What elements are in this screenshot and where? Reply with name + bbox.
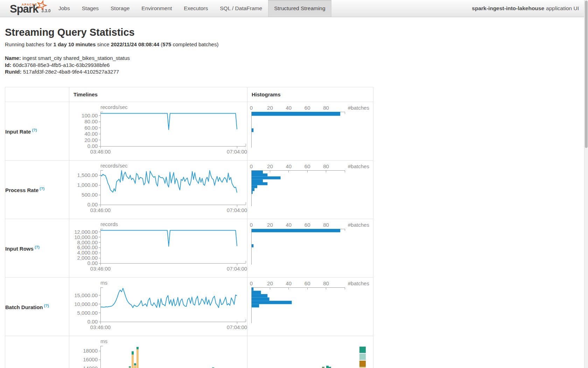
spark-logo: APACHE Spark ☆ 3.3.0 <box>0 0 52 17</box>
svg-text:60.00: 60.00 <box>84 124 98 130</box>
input-rows-line-series <box>100 230 237 246</box>
statistics-table: Timelines Histograms Input Rate (?)recor… <box>5 87 373 368</box>
input-rate-label: Input Rate <box>5 129 31 135</box>
operation-duration-hist-mark <box>322 367 324 368</box>
svg-text:20: 20 <box>267 280 273 286</box>
svg-text:0: 0 <box>250 163 253 169</box>
svg-text:16000: 16000 <box>83 356 98 362</box>
svg-text:40: 40 <box>286 222 292 228</box>
batch-duration-hist-bar <box>252 297 270 301</box>
svg-text:80.00: 80.00 <box>84 118 98 124</box>
svg-text:0: 0 <box>250 105 253 111</box>
empty-header-cell <box>5 87 69 102</box>
operation-duration-hist-mark <box>326 366 329 368</box>
tab-sql-dataframe[interactable]: SQL / DataFrame <box>214 0 268 17</box>
svg-text:0.00: 0.00 <box>88 260 98 266</box>
query-runid-value: 517afd3f-28e2-4ba8-9fe4-4102527a3277 <box>23 69 119 75</box>
process-rate-hist-bar <box>252 170 263 173</box>
svg-text:#batches: #batches <box>348 280 369 286</box>
process-rate-hist-bar <box>252 188 254 191</box>
running-duration: 1 day 10 minutes <box>53 41 96 47</box>
tab-environment[interactable]: Environment <box>135 0 178 17</box>
query-name-row: Name: ingest smart_city shared_bikes_sta… <box>5 55 583 62</box>
tab-storage[interactable]: Storage <box>105 0 135 17</box>
query-id-value: 60dc3768-85e3-4fb5-a13c-63b29938bfe6 <box>13 62 110 68</box>
svg-text:0.00: 0.00 <box>88 202 98 207</box>
process-rate-hist-bar <box>252 173 267 176</box>
input-rate-histogram-cell: 020406080#batches <box>247 102 373 160</box>
query-id-label: Id: <box>5 62 11 68</box>
batch-duration-histogram-chart: 020406080#batches <box>247 278 373 336</box>
svg-text:20: 20 <box>267 105 273 111</box>
batch-duration-help-link[interactable]: (?) <box>43 304 49 308</box>
input-rows-help-link[interactable]: (?) <box>34 245 40 249</box>
main-content: Streaming Query Statistics Running batch… <box>0 27 588 368</box>
svg-text:03:46:00: 03:46:00 <box>90 266 111 272</box>
svg-text:0: 0 <box>250 222 253 228</box>
query-name-label: Name: <box>5 55 21 61</box>
row-input-rows: Input Rows (?)records12,000.0010,000.008… <box>5 219 373 277</box>
process-rate-histogram-cell: 020406080#batches <box>247 160 373 219</box>
input-rows-histogram-chart: 020406080#batches <box>247 219 373 277</box>
row-process-rate: Process Rate (?)records/sec1,500.001,000… <box>5 160 373 219</box>
timelines-column-header: Timelines <box>69 87 247 102</box>
process-rate-help-link[interactable]: (?) <box>38 186 44 191</box>
svg-text:ms: ms <box>100 280 107 286</box>
running-prefix: Running batches for <box>5 41 53 47</box>
svg-text:1,500.00: 1,500.00 <box>77 172 98 178</box>
svg-text:40: 40 <box>286 280 292 286</box>
svg-text:15,000.00: 15,000.00 <box>74 292 98 298</box>
batch-duration-timeline-chart: ms15,000.0010,000.005,000.000.0003:46:00… <box>69 278 247 336</box>
operation-duration-histogram-cell <box>247 336 373 368</box>
batch-duration-label-cell: Batch Duration (?) <box>5 277 69 336</box>
svg-text:#batches: #batches <box>348 222 369 228</box>
running-paren: ( <box>159 41 162 47</box>
svg-text:07:04:00: 07:04:00 <box>227 324 247 330</box>
svg-text:80: 80 <box>323 105 329 111</box>
row-operation-duration: ms180001600014000 <box>5 336 373 368</box>
process-rate-line-series <box>100 170 237 192</box>
input-rate-timeline-chart: records/sec100.0080.0060.0040.0020.000.0… <box>69 102 247 160</box>
svg-text:80: 80 <box>323 222 329 228</box>
tab-jobs[interactable]: Jobs <box>52 0 76 17</box>
svg-text:records: records <box>100 221 118 227</box>
svg-text:40.00: 40.00 <box>84 131 98 137</box>
batch-duration-timeline-cell: ms15,000.0010,000.005,000.000.0003:46:00… <box>69 277 247 336</box>
scrollbar-thumb[interactable] <box>585 1 588 148</box>
page-scrollbar[interactable] <box>584 0 588 368</box>
operation-duration-label-cell <box>5 336 69 368</box>
process-rate-hist-bar <box>252 191 253 194</box>
process-rate-hist-bar <box>252 179 263 182</box>
operation-duration-bar-segment <box>132 354 134 368</box>
running-since-timestamp: 2022/11/24 08:08:44 <box>111 41 159 47</box>
svg-text:07:04:00: 07:04:00 <box>227 149 247 155</box>
tab-executors[interactable]: Executors <box>178 0 214 17</box>
operation-duration-bar-segment <box>134 363 136 365</box>
svg-text:#batches: #batches <box>348 105 369 111</box>
svg-text:10,000.00: 10,000.00 <box>74 301 98 307</box>
svg-text:20: 20 <box>267 163 273 169</box>
svg-text:80: 80 <box>323 163 329 169</box>
input-rate-hist-bar <box>252 128 253 132</box>
operation-duration-timeline-cell: ms180001600014000 <box>69 336 247 368</box>
input-rate-help-link[interactable]: (?) <box>31 128 37 132</box>
batch-duration-hist-bar <box>252 304 259 307</box>
input-rate-line-series <box>100 113 237 129</box>
batch-duration-hist-bar <box>252 291 261 294</box>
query-name-value: ingest smart_city shared_bikes_station_s… <box>22 55 130 61</box>
operation-duration-bar-segment <box>136 349 139 368</box>
svg-text:20.00: 20.00 <box>84 137 98 143</box>
running-batches-summary: Running batches for 1 day 10 minutes sin… <box>5 41 583 47</box>
tab-stages[interactable]: Stages <box>76 0 105 17</box>
row-batch-duration: Batch Duration (?)ms15,000.0010,000.005,… <box>5 277 373 336</box>
svg-text:#batches: #batches <box>348 163 369 169</box>
process-rate-hist-bar <box>252 182 267 185</box>
input-rows-label: Input Rows <box>5 246 34 252</box>
tab-structured-streaming[interactable]: Structured Streaming <box>268 0 331 17</box>
histograms-column-header: Histograms <box>247 87 373 102</box>
input-rows-hist-bar <box>252 229 340 232</box>
svg-text:0.00: 0.00 <box>88 319 98 325</box>
operation-duration-timeline-chart: ms180001600014000 <box>69 336 247 368</box>
svg-text:60: 60 <box>304 280 310 286</box>
svg-text:100.00: 100.00 <box>82 112 98 118</box>
